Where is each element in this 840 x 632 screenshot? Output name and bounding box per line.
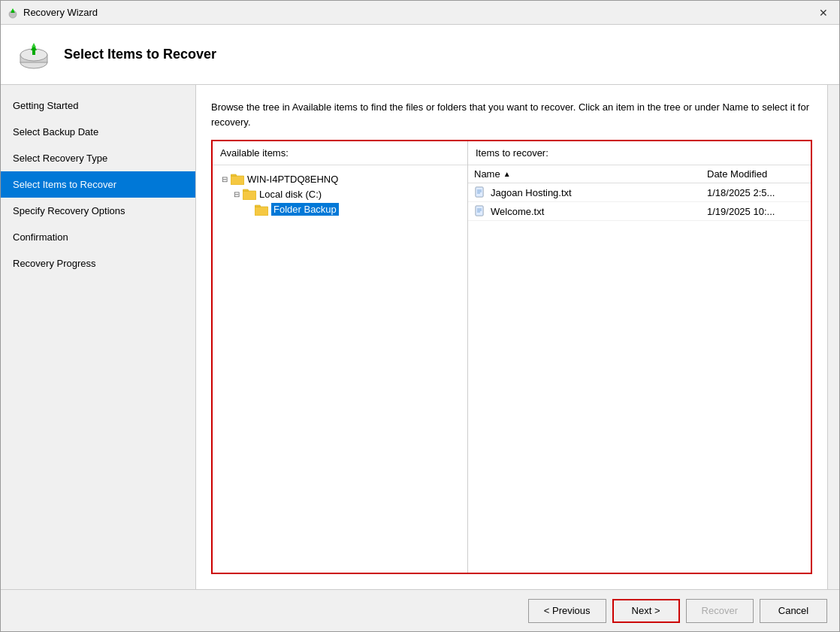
left-panel: Available items: ⊟ WIN-I4PTDQ8EHNQ [213, 141, 468, 573]
tree-children-local-disk: · Folder Backup [243, 201, 461, 217]
tree-area[interactable]: ⊟ WIN-I4PTDQ8EHNQ [213, 165, 467, 573]
svg-rect-9 [231, 176, 244, 185]
items-row-0[interactable]: Jagoan Hosting.txt 1/18/2025 2:5... [468, 183, 811, 202]
expand-local-disk: ⊟ [231, 190, 243, 198]
folder-icon-root [231, 173, 244, 185]
items-table[interactable]: Jagoan Hosting.txt 1/18/2025 2:5... [468, 183, 811, 573]
sidebar-item-specify-recovery-options[interactable]: Specify Recovery Options [1, 198, 195, 224]
recovery-wizard-window: Recovery Wizard ✕ Select Items to Recove… [0, 0, 840, 632]
svg-marker-7 [32, 43, 36, 47]
sidebar-item-select-backup-date[interactable]: Select Backup Date [1, 119, 195, 145]
sidebar-item-confirmation[interactable]: Confirmation [1, 224, 195, 250]
file-icon-1 [474, 205, 486, 217]
file-icon-0 [474, 186, 486, 198]
file-name-0: Jagoan Hosting.txt [491, 187, 707, 198]
file-date-0: 1/18/2025 2:5... [707, 187, 805, 198]
svg-rect-11 [255, 207, 268, 216]
available-items-header: Available items: [213, 141, 467, 165]
tree-node-local-disk[interactable]: ⊟ Local disk (C:) [231, 186, 461, 201]
folder-icon-local-disk [243, 188, 256, 200]
items-table-header: Name ▲ Date Modified [468, 165, 811, 183]
svg-marker-2 [11, 8, 14, 11]
right-panel: Items to recover: Name ▲ Date Modified [468, 141, 811, 573]
tree-label-root: WIN-I4PTDQ8EHNQ [247, 174, 338, 185]
tree-node-folder-backup[interactable]: · Folder Backup [243, 201, 461, 217]
svg-rect-8 [32, 50, 35, 55]
file-date-1: 1/19/2025 10:... [707, 206, 805, 217]
sidebar-item-recovery-progress[interactable]: Recovery Progress [1, 250, 195, 277]
scrollbar-track[interactable] [827, 85, 839, 589]
svg-rect-10 [243, 191, 256, 200]
panels-container: Available items: ⊟ WIN-I4PTDQ8EHNQ [211, 140, 812, 574]
tree-label-folder-backup: Folder Backup [271, 203, 339, 216]
sidebar-item-select-items-to-recover[interactable]: Select Items to Recover [1, 171, 195, 198]
close-button[interactable]: ✕ [814, 5, 833, 21]
cancel-button[interactable]: Cancel [760, 599, 827, 623]
sidebar-item-select-recovery-type[interactable]: Select Recovery Type [1, 145, 195, 171]
title-bar-text: Recovery Wizard [23, 7, 98, 18]
app-icon [7, 7, 19, 19]
col-name-header: Name ▲ [474, 168, 707, 180]
expand-folder-backup: · [243, 205, 255, 213]
main-content: Getting Started Select Backup Date Selec… [1, 85, 839, 589]
sidebar: Getting Started Select Backup Date Selec… [1, 85, 196, 589]
sidebar-item-getting-started[interactable]: Getting Started [1, 92, 195, 119]
items-row-1[interactable]: Welcome.txt 1/19/2025 10:... [468, 202, 811, 221]
content-area: Browse the tree in Available items to fi… [196, 85, 827, 589]
items-to-recover-header: Items to recover: [468, 141, 811, 165]
page-title: Select Items to Recover [64, 47, 216, 62]
title-bar-left: Recovery Wizard [7, 7, 98, 19]
svg-rect-13 [476, 187, 483, 197]
footer: < Previous Next > Recover Cancel [1, 589, 839, 631]
folder-icon-backup [255, 204, 268, 216]
next-button[interactable]: Next > [612, 599, 680, 623]
file-name-1: Welcome.txt [491, 206, 707, 217]
tree-node-root[interactable]: ⊟ WIN-I4PTDQ8EHNQ [219, 171, 461, 186]
tree-children-root: ⊟ Local disk (C:) [231, 186, 461, 217]
title-bar: Recovery Wizard ✕ [1, 1, 839, 25]
recover-button[interactable]: Recover [686, 599, 754, 623]
header-area: Select Items to Recover [1, 25, 839, 85]
col-date-header: Date Modified [707, 168, 805, 180]
description-text: Browse the tree in Available items to fi… [211, 100, 812, 129]
tree-label-local-disk: Local disk (C:) [259, 189, 322, 200]
svg-rect-18 [476, 206, 483, 216]
wizard-icon [16, 37, 52, 73]
previous-button[interactable]: < Previous [528, 599, 606, 623]
expand-root: ⊟ [219, 175, 231, 183]
